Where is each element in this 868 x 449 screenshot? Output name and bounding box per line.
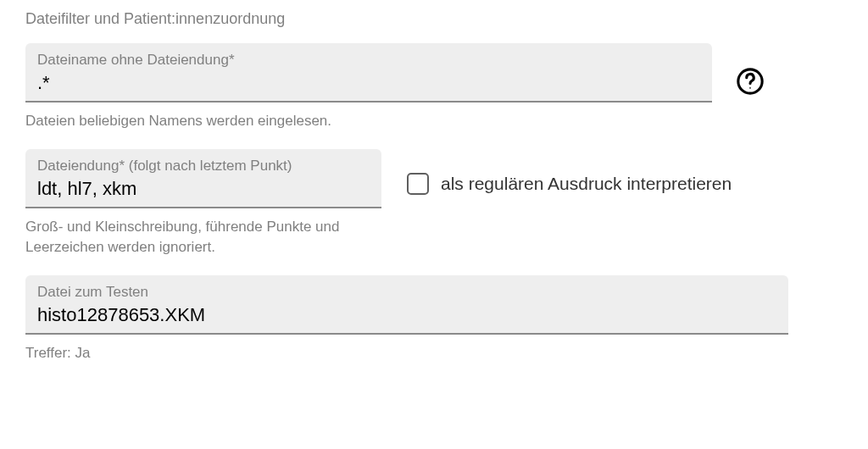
testfile-field-group: Datei zum Testen Treffer: Ja [25, 275, 843, 364]
filename-field-group: Dateiname ohne Dateiendung* Dateien beli… [25, 43, 843, 132]
filename-label: Dateiname ohne Dateiendung* [37, 52, 700, 69]
regex-checkbox-label: als regulären Ausdruck interpretieren [441, 174, 732, 194]
regex-checkbox[interactable] [407, 173, 429, 195]
extension-input-wrapper[interactable]: Dateiendung* (folgt nach letztem Punkt) [25, 149, 381, 208]
filename-input[interactable] [37, 72, 700, 94]
regex-checkbox-group[interactable]: als regulären Ausdruck interpretieren [407, 173, 732, 195]
extension-helper: Groß- und Kleinschreibung, führende Punk… [25, 217, 364, 258]
help-icon[interactable] [732, 64, 768, 99]
section-title: Dateifilter und Patient:innenzuordnung [25, 10, 843, 28]
extension-label: Dateiendung* (folgt nach letztem Punkt) [37, 158, 370, 175]
testfile-result: Treffer: Ja [25, 343, 843, 364]
filename-input-wrapper[interactable]: Dateiname ohne Dateiendung* [25, 43, 712, 103]
svg-point-1 [749, 87, 751, 89]
extension-field-group: Dateiendung* (folgt nach letztem Punkt) … [25, 149, 843, 258]
filename-helper: Dateien beliebigen Namens werden eingele… [25, 111, 843, 132]
testfile-input[interactable] [37, 304, 776, 326]
extension-input[interactable] [37, 178, 370, 200]
testfile-input-wrapper[interactable]: Datei zum Testen [25, 275, 788, 335]
testfile-label: Datei zum Testen [37, 284, 776, 301]
